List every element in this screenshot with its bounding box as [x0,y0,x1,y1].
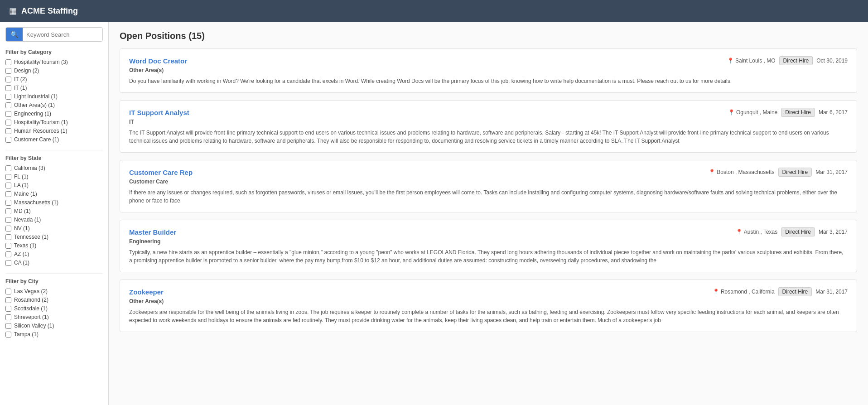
job-category: Engineering [129,238,848,245]
filter-checkbox[interactable] [5,120,11,125]
filter-item[interactable]: IT (2) [5,76,103,82]
job-date: Mar 31, 2017 [815,169,848,175]
filter-item[interactable]: FL (1) [5,174,103,180]
filter-checkbox[interactable] [5,59,11,65]
search-input[interactable] [23,28,103,41]
filter-checkbox[interactable] [5,165,11,171]
filter-item[interactable]: NV (1) [5,225,103,231]
filter-checkbox[interactable] [5,251,11,257]
job-title-link[interactable]: IT Support Analyst [129,109,189,116]
filter-item[interactable]: Tampa (1) [5,331,103,338]
job-title-link[interactable]: Customer Care Rep [129,169,193,176]
filter-checkbox[interactable] [5,128,11,134]
job-card: Master Builder 📍 Austin , Texas Direct H… [120,220,857,272]
job-location-text: Rosamond , California [721,289,775,295]
filter-checkbox[interactable] [5,94,11,100]
job-location-text: Ogunquit , Maine [736,109,777,116]
sidebar-divider [5,273,103,274]
filter-item[interactable]: California (3) [5,165,103,171]
job-location: 📍 Saint Louis , MO [727,58,776,64]
filter-checkbox[interactable] [5,306,11,312]
filter-category-title: Filter by Category [5,49,103,55]
job-meta: 📍 Saint Louis , MO Direct Hire Oct 30, 2… [727,56,848,65]
job-date: Mar 6, 2017 [819,109,848,116]
filter-item[interactable]: Rosamond (2) [5,297,103,303]
filter-checkbox[interactable] [5,234,11,240]
job-meta: 📍 Rosamond , California Direct Hire Mar … [713,287,848,296]
job-card-header: Word Doc Creator 📍 Saint Louis , MO Dire… [129,56,848,65]
main-content: Open Positions (15) Word Doc Creator 📍 S… [109,22,868,405]
job-card: IT Support Analyst 📍 Ogunquit , Maine Di… [120,100,857,153]
job-type-badge: Direct Hire [779,56,813,65]
job-description: Zookeepers are responsible for the well … [129,308,848,324]
job-category: Customer Care [129,178,848,185]
search-button[interactable]: 🔍 [6,28,23,41]
location-pin-icon: 📍 [736,229,743,235]
filter-item[interactable]: MD (1) [5,208,103,214]
filter-item[interactable]: LA (1) [5,182,103,188]
filter-item[interactable]: Design (2) [5,68,103,74]
filter-item[interactable]: Shreveport (1) [5,314,103,320]
filter-checkbox[interactable] [5,111,11,117]
filter-item[interactable]: Scottsdale (1) [5,305,103,312]
filter-checkbox[interactable] [5,297,11,303]
filter-item[interactable]: Customer Care (1) [5,136,103,143]
filter-item[interactable]: Hospitality/Tourism (1) [5,119,103,125]
job-title-link[interactable]: Master Builder [129,228,176,236]
filter-checkbox[interactable] [5,260,11,266]
sidebar: 🔍 Filter by Category Hospitality/Tourism… [0,22,109,405]
filter-item[interactable]: Texas (1) [5,242,103,249]
app-header: ▦ ACME Staffing [0,0,868,22]
job-description: If there are any issues or changes requi… [129,188,848,205]
filter-checkbox[interactable] [5,191,11,197]
filter-item[interactable]: Massachusetts (1) [5,199,103,206]
filter-checkbox[interactable] [5,174,11,180]
job-meta: 📍 Boston , Massachusetts Direct Hire Mar… [709,168,848,177]
job-type-badge: Direct Hire [778,287,812,296]
filter-item[interactable]: IT (1) [5,85,103,91]
sidebar-divider [5,150,103,150]
filter-item[interactable]: Las Vegas (2) [5,288,103,294]
app-title: ACME Staffing [21,6,78,16]
filter-checkbox[interactable] [5,68,11,74]
job-type-badge: Direct Hire [781,227,815,236]
filter-item[interactable]: Tennessee (1) [5,234,103,240]
job-location-text: Austin , Texas [744,229,777,235]
filter-checkbox[interactable] [5,85,11,91]
filter-checkbox[interactable] [5,77,11,82]
job-location: 📍 Ogunquit , Maine [728,109,777,116]
filter-item[interactable]: Other Area(s) (1) [5,102,103,108]
filter-checkbox[interactable] [5,183,11,188]
filter-state-section: Filter by State California (3) FL (1) LA… [5,155,103,266]
filter-checkbox[interactable] [5,102,11,108]
filter-item[interactable]: Hospitality/Tourism (3) [5,59,103,65]
job-location: 📍 Rosamond , California [713,289,775,295]
filter-checkbox[interactable] [5,314,11,320]
filter-item[interactable]: Human Resources (1) [5,128,103,134]
job-title-link[interactable]: Word Doc Creator [129,57,187,65]
filter-state-title: Filter by State [5,155,103,161]
filter-item[interactable]: Nevada (1) [5,217,103,223]
job-card-header: Zookeeper 📍 Rosamond , California Direct… [129,287,848,296]
job-location: 📍 Austin , Texas [736,229,777,235]
filter-checkbox[interactable] [5,208,11,214]
filter-checkbox[interactable] [5,226,11,231]
filter-checkbox[interactable] [5,200,11,206]
filter-checkbox[interactable] [5,243,11,249]
filter-item[interactable]: Maine (1) [5,191,103,197]
filter-city-title: Filter by City [5,278,103,284]
filter-item[interactable]: Silicon Valley (1) [5,323,103,329]
filter-checkbox[interactable] [5,137,11,143]
filter-item[interactable]: CA (1) [5,260,103,266]
job-card-header: IT Support Analyst 📍 Ogunquit , Maine Di… [129,108,848,117]
filter-checkbox[interactable] [5,289,11,294]
filter-item[interactable]: Light Industrial (1) [5,93,103,100]
job-meta: 📍 Austin , Texas Direct Hire Mar 3, 2017 [736,227,848,236]
filter-checkbox[interactable] [5,217,11,223]
filter-item[interactable]: Engineering (1) [5,111,103,117]
job-title-link[interactable]: Zookeeper [129,288,164,296]
filter-item[interactable]: AZ (1) [5,251,103,257]
filter-checkbox[interactable] [5,332,11,338]
filter-checkbox[interactable] [5,323,11,329]
search-box[interactable]: 🔍 [5,27,103,42]
